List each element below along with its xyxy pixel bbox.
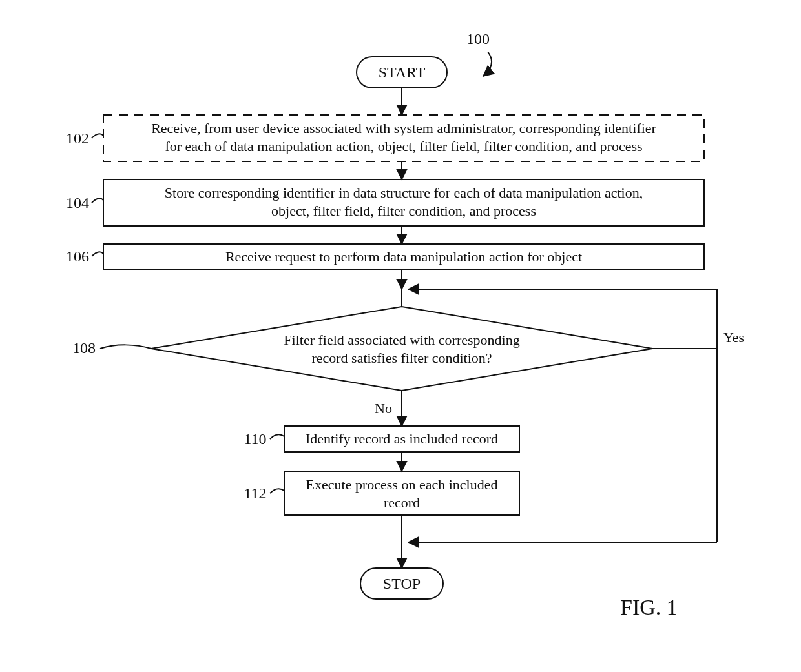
step-104-line2: object, filter field, filter condition, …	[271, 203, 536, 219]
edge-no-label: No	[375, 400, 392, 416]
diagram-ref-100: 100	[466, 30, 490, 47]
stop-label: STOP	[383, 575, 421, 592]
step-102-line2: for each of data manipulation action, ob…	[165, 138, 642, 154]
edge-yes-label: Yes	[723, 329, 744, 345]
ref-112-leader	[270, 489, 284, 493]
decision-108-line2: record satisfies filter condition?	[311, 350, 492, 366]
decision-108	[151, 307, 652, 391]
figure-label: FIG. 1	[620, 595, 678, 619]
decision-108-line1: Filter field associated with correspondi…	[284, 332, 519, 348]
ref-104: 104	[66, 194, 89, 211]
ref-108-leader	[100, 345, 151, 349]
ref-108: 108	[72, 340, 96, 356]
ref-106: 106	[66, 248, 89, 265]
ref-106-leader	[92, 252, 103, 256]
step-106-text: Receive request to perform data manipula…	[225, 249, 582, 265]
flowchart-diagram: START 100 Receive, from user device asso…	[0, 0, 801, 672]
ref-110-leader	[270, 434, 284, 439]
step-112-line2: record	[384, 494, 420, 511]
step-104-line1: Store corresponding identifier in data s…	[165, 185, 643, 201]
ref-100-leader	[483, 52, 492, 76]
step-112-line1: Execute process on each included	[306, 476, 498, 493]
step-102-line1: Receive, from user device associated wit…	[151, 120, 656, 136]
ref-102-leader	[92, 134, 103, 138]
ref-112: 112	[244, 485, 266, 502]
start-label: START	[379, 64, 426, 81]
ref-102: 102	[66, 130, 89, 147]
ref-110: 110	[244, 431, 266, 447]
step-110-text: Identify record as included record	[306, 431, 498, 447]
ref-104-leader	[92, 198, 103, 203]
